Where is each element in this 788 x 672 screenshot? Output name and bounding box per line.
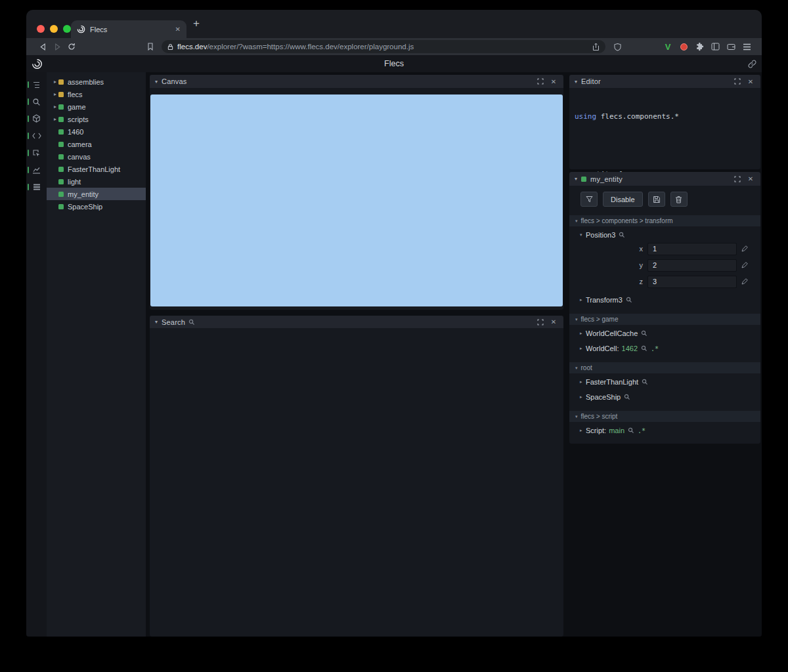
menu-icon[interactable] xyxy=(739,40,754,53)
save-button[interactable] xyxy=(648,192,665,207)
entity-icon xyxy=(58,167,64,172)
expand-arrow-icon[interactable]: ▸ xyxy=(52,79,58,85)
chevron-right-icon[interactable]: ▸ xyxy=(580,379,586,385)
bookmark-icon[interactable] xyxy=(143,40,158,53)
forward-icon[interactable] xyxy=(50,40,64,53)
share-icon[interactable] xyxy=(592,43,600,51)
tree-item-1460[interactable]: 1460 xyxy=(47,125,146,138)
reload-icon[interactable] xyxy=(64,40,79,53)
edit-pencil-icon[interactable] xyxy=(741,278,748,285)
maximize-icon[interactable] xyxy=(536,77,545,86)
component-row-fasterthanlight[interactable]: ▸ FasterThanLight xyxy=(569,373,760,388)
edit-pencil-icon[interactable] xyxy=(741,262,748,268)
component-row-worldcell[interactable]: ▸ WorldCell: 1462 .* xyxy=(569,340,760,355)
chevron-down-icon[interactable]: ▾ xyxy=(580,232,586,238)
canvas-viewport[interactable] xyxy=(150,94,563,306)
field-input-x[interactable] xyxy=(647,243,737,255)
query-search-icon[interactable] xyxy=(26,93,47,110)
back-icon[interactable] xyxy=(35,40,50,53)
maximize-icon[interactable] xyxy=(536,318,545,327)
expand-arrow-icon[interactable]: ▸ xyxy=(52,104,58,110)
query-magnifier-icon[interactable] xyxy=(642,379,648,385)
zoom-window-button[interactable] xyxy=(63,25,71,33)
layers-list-icon[interactable] xyxy=(26,178,47,196)
section-header-game[interactable]: ▾ flecs > game xyxy=(569,314,760,325)
entities-cube-icon[interactable] xyxy=(26,110,47,127)
inspect-cursor-icon[interactable] xyxy=(26,144,47,161)
extension-red-icon[interactable] xyxy=(676,40,691,53)
component-row-transform3[interactable]: ▸ Transform3 xyxy=(569,291,760,306)
chevron-down-icon[interactable]: ▾ xyxy=(575,79,577,85)
component-row-script[interactable]: ▸ Script: main .* xyxy=(569,422,760,437)
query-magnifier-icon[interactable] xyxy=(641,345,647,352)
tab-close-icon[interactable]: ✕ xyxy=(175,26,181,33)
chevron-right-icon[interactable]: ▸ xyxy=(580,297,586,303)
close-icon[interactable]: ✕ xyxy=(746,175,755,184)
section-header-script[interactable]: ▾ flecs > script xyxy=(569,411,760,422)
field-input-y[interactable] xyxy=(647,259,737,272)
delete-button[interactable] xyxy=(670,192,688,207)
code-icon[interactable] xyxy=(26,127,47,144)
panel-title: Editor xyxy=(581,77,601,85)
section-header-root[interactable]: ▾ root xyxy=(569,362,760,373)
query-magnifier-icon[interactable] xyxy=(641,330,647,337)
query-magnifier-icon[interactable] xyxy=(624,394,630,400)
address-bar[interactable]: flecs.dev/explorer/?wasm=https://www.fle… xyxy=(162,40,605,53)
component-row-spaceship[interactable]: ▸ SpaceShip xyxy=(569,388,760,404)
query-magnifier-icon[interactable] xyxy=(626,297,632,303)
browser-window: Flecs ✕ + flecs.dev/explorer/?wasm=https… xyxy=(26,10,762,637)
field-input-z[interactable] xyxy=(647,276,737,288)
link-icon[interactable] xyxy=(748,60,756,68)
query-magnifier-icon[interactable] xyxy=(619,232,625,238)
chevron-right-icon[interactable]: ▸ xyxy=(580,428,586,433)
close-icon[interactable]: ✕ xyxy=(549,77,558,86)
wallet-icon[interactable] xyxy=(724,40,738,53)
close-icon[interactable]: ✕ xyxy=(549,318,558,327)
expand-arrow-icon[interactable]: ▸ xyxy=(52,116,58,122)
tree-item-assemblies[interactable]: ▸ assemblies xyxy=(47,75,146,88)
chevron-right-icon[interactable]: ▸ xyxy=(580,331,586,336)
component-row-worldcellcache[interactable]: ▸ WorldCellCache xyxy=(569,325,760,340)
maximize-icon[interactable] xyxy=(733,175,742,184)
chevron-down-icon[interactable]: ▾ xyxy=(155,79,158,85)
brave-shield-icon[interactable] xyxy=(609,40,625,53)
extensions-puzzle-icon[interactable] xyxy=(692,40,707,53)
tree-item-canvas[interactable]: canvas xyxy=(47,150,146,163)
tree-item-camera[interactable]: camera xyxy=(47,138,146,150)
extension-v-icon[interactable]: V xyxy=(661,40,675,53)
filter-button[interactable] xyxy=(580,192,598,207)
stats-chart-icon[interactable] xyxy=(26,161,47,178)
browser-tab[interactable]: Flecs ✕ xyxy=(71,20,186,38)
close-window-button[interactable] xyxy=(37,25,45,33)
tree-item-flecs[interactable]: ▸ flecs xyxy=(47,88,146,100)
maximize-icon[interactable] xyxy=(733,77,742,86)
sidebar-toggle-icon[interactable] xyxy=(708,40,722,53)
close-icon[interactable]: ✕ xyxy=(746,77,755,86)
chevron-right-icon[interactable]: ▸ xyxy=(580,394,586,400)
tree-item-light[interactable]: light xyxy=(47,175,146,188)
chevron-down-icon: ▾ xyxy=(575,414,578,419)
chevron-down-icon[interactable]: ▾ xyxy=(155,319,158,325)
expand-arrow-icon[interactable]: ▸ xyxy=(52,91,58,97)
tree-item-fasterthanlight[interactable]: FasterThanLight xyxy=(47,163,146,175)
chevron-down-icon[interactable]: ▾ xyxy=(575,176,577,182)
chevron-right-icon[interactable]: ▸ xyxy=(580,346,586,351)
new-tab-button[interactable]: + xyxy=(193,18,200,30)
tree-item-game[interactable]: ▸ game xyxy=(47,100,146,113)
tree-item-my-entity[interactable]: my_entity xyxy=(47,188,146,200)
component-name: Script: xyxy=(586,427,606,434)
section-header-transform[interactable]: ▾ flecs > components > transform xyxy=(569,215,760,226)
entity-icon xyxy=(58,117,64,122)
url-path: /explorer/?wasm=https://www.flecs.dev/ex… xyxy=(207,43,414,51)
expr-icon[interactable]: .* xyxy=(638,427,646,434)
expr-icon[interactable]: .* xyxy=(651,345,659,352)
tree-view-icon[interactable] xyxy=(26,76,47,93)
component-value: 1462 xyxy=(622,345,638,352)
component-row-position3[interactable]: ▾ Position3 xyxy=(569,226,760,242)
minimize-window-button[interactable] xyxy=(50,25,58,33)
tree-item-scripts[interactable]: ▸ scripts xyxy=(47,113,146,125)
disable-button[interactable]: Disable xyxy=(603,192,643,207)
edit-pencil-icon[interactable] xyxy=(741,245,748,252)
query-magnifier-icon[interactable] xyxy=(628,427,634,434)
tree-item-spaceship[interactable]: SpaceShip xyxy=(47,200,146,213)
